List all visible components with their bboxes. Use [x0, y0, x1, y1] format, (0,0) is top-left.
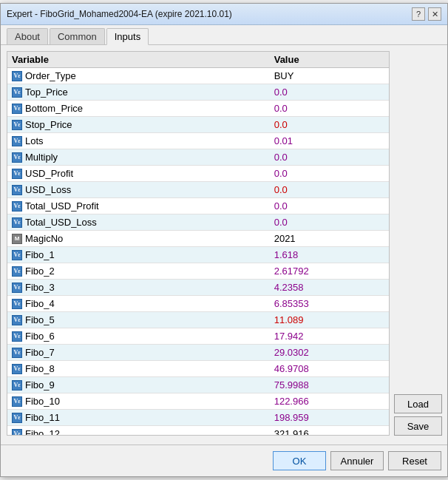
variable-name: Fibo_3 — [25, 282, 55, 293]
table-row[interactable]: VεFibo_729.0302 — [7, 345, 389, 361]
value-cell[interactable]: 2021 — [270, 231, 389, 247]
tab-inputs[interactable]: Inputs — [106, 28, 149, 45]
tab-about[interactable]: About — [7, 28, 48, 44]
value-cell[interactable]: 1.618 — [270, 247, 389, 263]
load-button[interactable]: Load — [394, 394, 442, 413]
variable-name: MagicNo — [25, 233, 63, 244]
value-cell[interactable]: 0.0 — [270, 198, 389, 214]
variable-name: Order_Type — [25, 70, 76, 81]
variable-name: Fibo_11 — [25, 412, 60, 423]
table-row[interactable]: VεBottom_Price0.0 — [7, 101, 389, 117]
table-row[interactable]: MMagicNo2021 — [7, 231, 389, 247]
var-icon: Vε — [12, 331, 22, 342]
value-cell[interactable]: 0.0 — [270, 117, 389, 133]
variable-name: USD_Profit — [25, 168, 73, 179]
table-row[interactable]: VεMultiply0.0 — [7, 149, 389, 166]
close-button[interactable]: ✕ — [428, 7, 441, 21]
table-row[interactable]: VεFibo_46.85353 — [7, 296, 389, 312]
value-cell[interactable]: 122.966 — [270, 393, 389, 410]
variable-name: Fibo_12 — [25, 428, 60, 436]
col-header-variable: Variable — [7, 52, 270, 68]
variable-cell: VεMultiply — [7, 149, 270, 166]
table-row[interactable]: VεOrder_TypeBUY — [7, 68, 389, 84]
value-cell[interactable]: 0.0 — [270, 166, 389, 182]
table-body: VεOrder_TypeBUYVεTop_Price0.0VεBottom_Pr… — [7, 68, 389, 436]
var-icon: Vε — [12, 315, 22, 325]
help-button[interactable]: ? — [412, 7, 425, 21]
cancel-button[interactable]: Annuler — [330, 451, 384, 470]
table-row[interactable]: VεFibo_11.618 — [7, 247, 389, 263]
table-row[interactable]: VεTop_Price0.0 — [7, 84, 389, 101]
variable-name: Top_Price — [25, 87, 68, 98]
table-row[interactable]: VεFibo_975.9988 — [7, 377, 389, 393]
variable-cell: VεFibo_9 — [7, 377, 270, 393]
variable-name: Stop_Price — [25, 119, 72, 130]
table-row[interactable]: VεFibo_511.089 — [7, 312, 389, 328]
value-cell[interactable]: 0.0 — [270, 149, 389, 166]
table-row[interactable]: VεTotal_USD_Loss0.0 — [7, 214, 389, 231]
variable-cell: VεTotal_USD_Loss — [7, 214, 270, 231]
table-row[interactable]: VεFibo_617.942 — [7, 328, 389, 345]
table-row[interactable]: VεFibo_10122.966 — [7, 393, 389, 410]
value-cell[interactable]: 2.61792 — [270, 263, 389, 280]
variable-name: Total_USD_Loss — [25, 217, 97, 228]
var-icon: Vε — [12, 266, 22, 277]
var-icon: Vε — [12, 152, 22, 163]
title-bar: Expert - FiboGrid_Mohamed2004-EA (expire… — [1, 4, 447, 25]
table-row[interactable]: VεTotal_USD_Profit0.0 — [7, 198, 389, 214]
window-title: Expert - FiboGrid_Mohamed2004-EA (expire… — [7, 9, 232, 19]
variable-name: Fibo_8 — [25, 363, 55, 374]
ok-button[interactable]: OK — [273, 451, 326, 470]
table-row[interactable]: VεFibo_11198.959 — [7, 410, 389, 426]
table-row[interactable]: VεFibo_846.9708 — [7, 361, 389, 377]
reset-button[interactable]: Reset — [388, 451, 441, 470]
value-cell[interactable]: 321.916 — [270, 426, 389, 436]
value-cell[interactable]: 6.85353 — [270, 296, 389, 312]
variable-cell: VεStop_Price — [7, 117, 270, 133]
table-row[interactable]: VεFibo_34.2358 — [7, 280, 389, 296]
variable-name: Fibo_5 — [25, 314, 55, 325]
table-row[interactable]: VεStop_Price0.0 — [7, 117, 389, 133]
table-row[interactable]: VεLots0.01 — [7, 133, 389, 149]
variable-name: Fibo_6 — [25, 331, 55, 342]
save-button[interactable]: Save — [394, 416, 442, 436]
variable-cell: VεOrder_Type — [7, 68, 270, 84]
value-cell[interactable]: 75.9988 — [270, 377, 389, 393]
table-row[interactable]: VεUSD_Loss0.0 — [7, 182, 389, 198]
variable-cell: VεFibo_10 — [7, 393, 270, 410]
value-cell[interactable]: 11.089 — [270, 312, 389, 328]
table-row[interactable]: VεUSD_Profit0.0 — [7, 166, 389, 182]
table-wrapper: Variable Value VεOrder_TypeBUYVεTop_Pric… — [7, 51, 390, 436]
value-cell[interactable]: 0.0 — [270, 182, 389, 198]
table-header-row: Variable Value — [7, 52, 389, 68]
var-icon: Vε — [12, 396, 22, 407]
variable-cell: VεFibo_2 — [7, 263, 270, 280]
variable-cell: VεUSD_Loss — [7, 182, 270, 198]
variable-name: USD_Loss — [25, 184, 71, 195]
value-cell[interactable]: 0.01 — [270, 133, 389, 149]
value-cell[interactable]: 0.0 — [270, 101, 389, 117]
variable-name: Fibo_10 — [25, 396, 60, 407]
var-icon: Vε — [12, 201, 22, 212]
variable-name: Multiply — [25, 152, 58, 163]
var-icon: Vε — [12, 250, 22, 260]
main-area: Variable Value VεOrder_TypeBUYVεTop_Pric… — [7, 51, 441, 436]
value-cell[interactable]: 0.0 — [270, 214, 389, 231]
variable-cell: VεFibo_8 — [7, 361, 270, 377]
table-row[interactable]: VεFibo_22.61792 — [7, 263, 389, 280]
value-cell[interactable]: 17.942 — [270, 328, 389, 345]
value-cell[interactable]: 0.0 — [270, 84, 389, 101]
value-cell[interactable]: 46.9708 — [270, 361, 389, 377]
table-row[interactable]: VεFibo_12321.916 — [7, 426, 389, 436]
value-cell[interactable]: 29.0302 — [270, 345, 389, 361]
value-cell[interactable]: BUY — [270, 68, 389, 84]
var-icon: Vε — [12, 380, 22, 391]
variable-name: Fibo_1 — [25, 249, 55, 260]
value-cell[interactable]: 4.2358 — [270, 280, 389, 296]
title-controls: ? ✕ — [412, 7, 441, 21]
tab-common[interactable]: Common — [50, 28, 105, 44]
value-cell[interactable]: 198.959 — [270, 410, 389, 426]
parameters-table-container: Variable Value VεOrder_TypeBUYVεTop_Pric… — [7, 51, 390, 436]
variable-cell: VεFibo_6 — [7, 328, 270, 345]
bottom-bar: OK Annuler Reset — [1, 444, 447, 476]
